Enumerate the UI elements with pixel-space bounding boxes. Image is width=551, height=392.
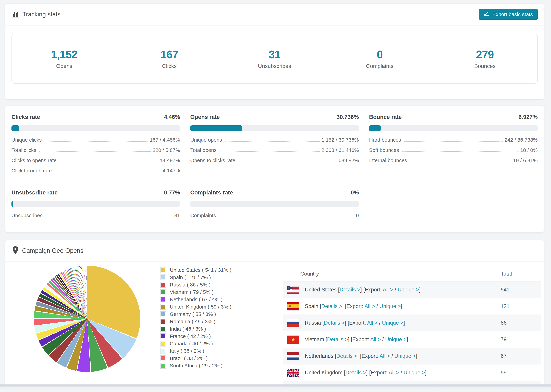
- export-unique-link[interactable]: Unique >: [403, 370, 425, 376]
- export-all-link[interactable]: All >: [383, 287, 393, 293]
- slash: /: [375, 303, 379, 309]
- geo-table-row: Russia [Details >] [Export: All > / Uniq…: [283, 315, 541, 331]
- geo-table-row: Vietnam [Details >] [Export: All > / Uni…: [283, 331, 541, 348]
- details-link[interactable]: Details >: [327, 336, 348, 343]
- summary-cell-complaints: 0Complaints: [327, 34, 433, 83]
- map-pin-icon: [13, 246, 18, 255]
- rate-progress-fill: [11, 125, 19, 131]
- rate-stat-value: 1,152 / 30.736%: [321, 137, 359, 143]
- geo-body: United States ( 541 / 31% )Spain ( 121 /…: [5, 261, 544, 387]
- legend-item: France ( 42 / 2% ): [160, 332, 231, 340]
- export-unique-link[interactable]: Unique >: [385, 336, 407, 343]
- total-cell: 67: [498, 353, 541, 359]
- legend-swatch-icon: [160, 289, 166, 295]
- summary-label: Unsubscribes: [258, 63, 291, 69]
- details-link[interactable]: Details >: [336, 353, 357, 359]
- dotted-leader: [39, 151, 151, 152]
- export-unique-link[interactable]: Unique >: [395, 353, 416, 359]
- bar-chart-icon: [11, 11, 19, 18]
- summary-cell-bounces: 279Bounces: [432, 34, 537, 83]
- campaign-geo-opens-card: Campaign Geo Opens United States ( 541 /…: [5, 240, 544, 387]
- rate-stat-label: Hard bounces: [369, 137, 401, 143]
- rate-stat-row: Total opens2,303 / 61.446%: [190, 147, 359, 158]
- country-cell: United Kingdom [Details >] [Export: All …: [287, 369, 498, 377]
- bracket: ]: [425, 370, 426, 376]
- page: Tracking stats Export basic stats 1,152O…: [0, 0, 551, 392]
- summary-label: Complaints: [366, 63, 393, 69]
- legend-item: Vietnam ( 79 / 5% ): [160, 288, 231, 296]
- rate-stat-value: 167 / 4.456%: [150, 137, 180, 143]
- rate-progress-bar: [11, 125, 180, 131]
- dotted-leader: [410, 162, 511, 162]
- legend-item: Italy ( 36 / 2% ): [160, 347, 231, 355]
- rate-stat-value: 18 / 0%: [520, 147, 538, 153]
- rate-stat-value: 0: [356, 213, 359, 218]
- legend-item: Romania ( 49 / 3% ): [160, 318, 231, 325]
- rate-progress-fill: [369, 125, 381, 131]
- slash: /: [378, 320, 382, 326]
- export-all-link[interactable]: All >: [389, 370, 399, 376]
- country-cell: Vietnam [Details >] [Export: All > / Uni…: [287, 336, 498, 343]
- rates-grid: Clicks rate4.46%Unique clicks167 / 4.456…: [11, 114, 538, 223]
- export-all-link[interactable]: All >: [365, 303, 375, 309]
- country-links: Vietnam [Details >] [Export: All > / Uni…: [305, 336, 408, 343]
- total-column-header: Total: [498, 271, 541, 277]
- dotted-leader: [60, 162, 158, 162]
- details-link[interactable]: Details >: [346, 370, 366, 376]
- slash: /: [381, 336, 385, 343]
- legend-swatch-icon: [160, 348, 166, 354]
- details-link[interactable]: Details >: [321, 303, 342, 309]
- details-link[interactable]: Details >: [339, 287, 360, 293]
- legend-label: United States ( 541 / 31% ): [170, 267, 231, 273]
- country-cell: United States [Details >] [Export: All >…: [287, 286, 498, 294]
- rate-stat-value: 220 / 5.87%: [153, 147, 180, 153]
- legend-label: Germany ( 55 / 3% ): [170, 311, 216, 317]
- rate-title: Unsubscribe rate: [11, 189, 58, 196]
- export-unique-link[interactable]: Unique >: [379, 303, 401, 309]
- rate-stat-label: Click through rate: [11, 168, 52, 174]
- rate-value: 0.77%: [164, 189, 180, 196]
- rate-value: 30.736%: [337, 114, 359, 120]
- legend-label: France ( 42 / 2% ): [170, 333, 211, 339]
- rate-block-bounce-rate: Bounce rate6.927%Hard bounces242 / 86.73…: [369, 114, 538, 178]
- rate-progress-bar: [190, 125, 359, 131]
- legend-label: Russia ( 86 / 5% ): [170, 282, 211, 288]
- bracket: ]: [403, 320, 405, 326]
- rate-stat-label: Total opens: [190, 147, 216, 153]
- rate-stat-value: 14.497%: [160, 158, 180, 163]
- rate-block-opens-rate: Opens rate30.736%Unique opens1,152 / 30.…: [190, 114, 359, 178]
- legend-swatch-icon: [160, 333, 166, 339]
- legend-label: Canada ( 40 / 2% ): [170, 341, 213, 347]
- country-column-header: Country: [300, 271, 498, 277]
- dotted-leader: [402, 151, 518, 152]
- export-all-link[interactable]: All >: [367, 320, 377, 326]
- summary-label: Opens: [56, 63, 72, 69]
- country-cell: Netherlands [Details >] [Export: All > /…: [287, 352, 498, 360]
- slash: /: [393, 287, 398, 293]
- export-basic-stats-button[interactable]: Export basic stats: [479, 9, 538, 20]
- geo-table-row: Spain [Details >] [Export: All > / Uniqu…: [283, 298, 541, 315]
- rate-stat-label: Total clicks: [11, 147, 36, 153]
- export-unique-link[interactable]: Unique >: [382, 320, 403, 326]
- bracket: ]: [357, 353, 360, 359]
- geo-table-row: United Kingdom [Details >] [Export: All …: [283, 364, 541, 381]
- export-all-link[interactable]: All >: [370, 336, 381, 343]
- export-unique-link[interactable]: Unique >: [398, 287, 419, 293]
- dotted-leader: [225, 141, 320, 142]
- summary-value: 167: [161, 48, 178, 61]
- rate-title: Clicks rate: [11, 114, 40, 120]
- details-link[interactable]: Details >: [324, 320, 345, 326]
- rates-card: Clicks rate4.46%Unique clicks167 / 4.456…: [5, 106, 544, 232]
- legend-swatch-icon: [160, 363, 166, 369]
- pie-legend: United States ( 541 / 31% )Spain ( 121 /…: [160, 266, 231, 369]
- export-all-link[interactable]: All >: [380, 353, 390, 359]
- rate-stat-row: Clicks to opens rate14.497%: [11, 158, 180, 168]
- legend-label: United Kingdom ( 59 / 3% ): [170, 304, 231, 310]
- legend-item: Netherlands ( 67 / 4% ): [160, 296, 231, 303]
- total-cell: 121: [498, 303, 541, 309]
- legend-swatch-icon: [160, 341, 166, 347]
- country-links: Netherlands [Details >] [Export: All > /…: [305, 353, 417, 359]
- legend-label: Romania ( 49 / 3% ): [170, 319, 215, 324]
- summary-cell-unsubscribes: 31Unsubscribes: [222, 34, 327, 83]
- export-icon: [484, 11, 490, 18]
